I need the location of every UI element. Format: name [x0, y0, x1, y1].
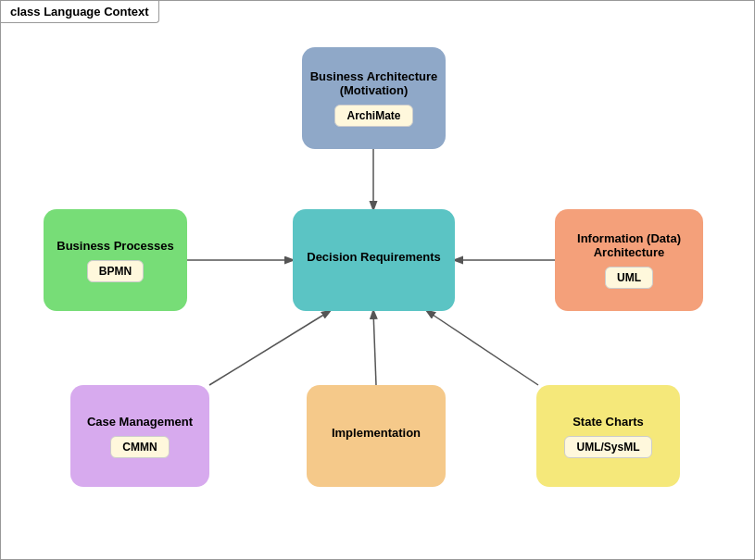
diagram-container: class Language Context Business Architec… [0, 0, 755, 560]
node-decision-requirements: Decision Requirements [293, 209, 455, 311]
node-ba-title: Business Architecture(Motivation) [305, 69, 444, 97]
diagram-title: class Language Context [1, 1, 159, 23]
node-dr-title: Decision Requirements [301, 250, 447, 264]
node-case-management: Case Management CMMN [70, 385, 209, 487]
node-implementation: Implementation [307, 385, 446, 487]
node-ida-badge: UML [605, 267, 653, 289]
svg-line-4 [373, 311, 376, 385]
node-business-architecture: Business Architecture(Motivation) ArchiM… [302, 47, 446, 149]
node-impl-title: Implementation [326, 426, 426, 440]
svg-line-5 [427, 311, 538, 385]
node-bp-title: Business Processes [51, 239, 179, 253]
svg-line-3 [209, 311, 330, 385]
node-cm-badge: CMMN [110, 436, 169, 458]
node-cm-title: Case Management [82, 415, 198, 429]
node-sc-title: State Charts [567, 415, 649, 429]
node-business-processes: Business Processes BPMN [44, 209, 187, 311]
node-bp-badge: BPMN [87, 260, 144, 282]
node-ba-badge: ArchiMate [334, 105, 412, 127]
node-state-charts: State Charts UML/SysML [536, 385, 680, 487]
node-sc-badge: UML/SysML [564, 436, 651, 458]
node-information-data-architecture: Information (Data)Architecture UML [555, 209, 703, 311]
node-ida-title: Information (Data)Architecture [572, 231, 686, 259]
